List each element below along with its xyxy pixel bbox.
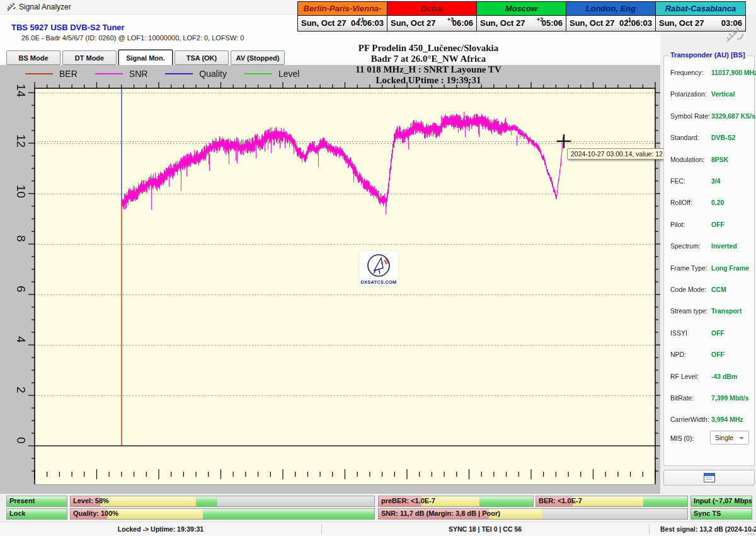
present-indicator: Present: [6, 496, 67, 507]
ber-bar: BER: <1.0E-7: [536, 496, 688, 507]
legend-item-ber: BER: [25, 69, 77, 79]
transponder-row: ISSYIOFF: [670, 329, 748, 338]
resize-grip[interactable]: [747, 528, 755, 535]
snr-chart-canvas[interactable]: [0, 65, 660, 494]
y-axis-tick-label: 12: [14, 134, 28, 148]
legend-item-quality: Quality: [165, 69, 227, 79]
transponder-row-label: FEC:: [670, 177, 685, 185]
clock-cell-london-eng: London, EngSun, Oct 27-102:06:03: [566, 2, 656, 31]
legend-swatch-level: [244, 73, 272, 74]
legend-swatch-quality: [165, 73, 193, 74]
snr-label: SNR: 11,7 dB (Margin: 3,8 dB | Poor): [381, 510, 500, 517]
tab-signal-mon-[interactable]: Signal Mon.: [118, 50, 173, 66]
transponder-row-value: 11017,900 MHz: [711, 69, 756, 76]
level-label: Level: 58%: [73, 497, 109, 504]
transponder-row-value: CCM: [711, 286, 726, 293]
y-axis-tick-label: 8: [14, 235, 28, 242]
window-title: Signal Analyzer: [19, 3, 71, 11]
clock-time: 05:06: [542, 18, 563, 28]
chart-tooltip: 2024-10-27 03.00.14, value: 12: [567, 148, 667, 160]
tab-dt-mode[interactable]: DT Mode: [62, 50, 117, 65]
clock-time-row: Sun, Oct 27+306:06: [387, 16, 476, 31]
transponder-row-label: Polarization:: [670, 90, 707, 98]
transponder-row: Symbol Rate:3329,687 KS/s: [670, 112, 748, 121]
transponder-row-label: RollOff:: [670, 199, 692, 206]
transponder-row-value: OFF: [711, 329, 724, 337]
present-label: Present: [9, 497, 35, 504]
transponder-row-value: 8PSK: [711, 156, 728, 163]
clock-time: 04:06:03: [351, 18, 384, 28]
ts-info-button[interactable]: [663, 470, 755, 486]
clock-city-name: Moscow: [477, 2, 566, 16]
transponder-row-label: Spectrum:: [670, 242, 701, 250]
ber-label: BER: <1.0E-7: [539, 497, 582, 504]
mis-label: MIS (0):: [670, 434, 694, 442]
quality-bar: Quality: 100%: [70, 508, 375, 520]
transponder-row: Standard:DVB-S2: [670, 134, 748, 143]
clock-city-name: London, Eng: [566, 2, 655, 16]
dxsatcs-logo-text: DXSATCS.COM: [359, 279, 398, 285]
clock-date: Sun, Oct 27: [391, 18, 436, 28]
clock-cell-dubai: DubaiSun, Oct 27+306:06: [387, 2, 477, 31]
legend-label: BER: [59, 69, 77, 79]
tuner-subtitle: 26.0E - Badr 4/5/6/7 (ID: 0260) @ LOF1: …: [21, 34, 244, 42]
preber-label: preBER: <1.0E-7: [381, 497, 435, 504]
legend-item-snr: SNR: [95, 69, 148, 79]
snr-bar: SNR: 11,7 dB (Margin: 3,8 dB | Poor): [378, 508, 688, 520]
sync-ts-indicator: Sync TS: [690, 508, 752, 520]
legend-swatch-ber: [25, 73, 53, 74]
chart-header: PF Prodelin 450_Lučenec/Slovakia Badr 7 …: [271, 43, 586, 86]
chevron-down-icon: [739, 437, 744, 440]
lock-indicator: Lock: [6, 508, 67, 520]
clock-time: 06:06: [452, 18, 473, 28]
tab-bs-mode[interactable]: BS Mode: [6, 50, 60, 65]
clock-time: 02:06:03: [619, 18, 652, 28]
y-axis-tick-label: 6: [14, 286, 28, 293]
transponder-row: Modulation:8PSK: [670, 156, 748, 165]
transponder-row: Frequency:11017,900 MHz: [670, 69, 748, 78]
transponder-row-value: Long Frame: [711, 264, 749, 272]
y-axis-tick-label: 4: [14, 336, 28, 343]
y-axis-tick-label: 0: [14, 437, 28, 444]
preber-bar: preBER: <1.0E-7: [378, 496, 534, 507]
satellite-dish-logo-icon: [723, 25, 745, 44]
transponder-row: Frame Type:Long Frame: [670, 264, 748, 273]
list-icon: [704, 473, 715, 482]
transponder-row-value: DVB-S2: [711, 134, 736, 141]
transponder-row-label: ISSYI: [670, 329, 687, 337]
transponder-row-value: 3/4: [711, 177, 721, 185]
world-clock-table: Berlin-Paris-Vienna-RomaSun, Oct 27+104:…: [297, 1, 746, 32]
transponder-row: Pilot:OFF: [670, 221, 748, 230]
transponder-panel: Frequency:11017,900 MHzPolarization:Vert…: [663, 55, 755, 466]
transponder-row: FEC:3/4: [670, 177, 748, 186]
transponder-row-label: Pilot:: [670, 221, 685, 228]
transponder-row: BitRate:7,399 Mbit/s: [670, 394, 748, 403]
transponder-row-label: Frame Type:: [670, 264, 707, 272]
tab-tsa-ok-[interactable]: TSA (OK): [175, 50, 229, 65]
clock-date: Sun, Oct 27: [570, 18, 615, 28]
y-axis-tick-label: 14: [14, 84, 28, 97]
input-indicator: Input (~7,07 Mbps): [690, 496, 752, 507]
legend-label: SNR: [129, 69, 148, 79]
statusbar-separator: [649, 524, 650, 534]
transponder-row-value: 3329,687 KS/s: [711, 112, 755, 120]
mis-row: MIS (0):Single: [670, 434, 748, 442]
statusbar-uptime: Locked -> Uptime: 19:39:31: [118, 525, 203, 533]
clock-date: Sun, Oct 27: [480, 18, 525, 28]
transponder-row: RF Level:-43 dBm: [670, 373, 748, 382]
statusbar-best-signal: Best signal: 13,2 dB (2024-10-26 23:26): [660, 525, 756, 533]
mis-select[interactable]: Single: [710, 431, 749, 445]
statusbar-separator: [321, 524, 322, 534]
level-bar: Level: 58%: [70, 496, 375, 507]
chart-header-line4: Locked UPtime : 19:39:31: [271, 75, 586, 86]
signal-analyzer-window: Signal Analyzer TBS 5927 USB DVB-S2 Tune…: [0, 0, 756, 536]
clock-cell-berlin-paris-vienna-roma: Berlin-Paris-Vienna-RomaSun, Oct 27+104:…: [298, 2, 387, 31]
clock-city-name: Berlin-Paris-Vienna-Roma: [298, 2, 387, 16]
clock-date: Sun, Oct 27: [659, 18, 704, 28]
transponder-row-value: Inverted: [711, 242, 737, 250]
clock-time-row: Sun, Oct 27+104:06:03: [298, 16, 387, 31]
transponder-row: Spectrum:Inverted: [670, 242, 748, 251]
chart-header-line2: Badr 7 at 26.0°E_NW Africa: [271, 54, 586, 64]
tuner-name: TBS 5927 USB DVB-S2 Tuner: [11, 23, 125, 32]
chart-legend: BERSNRQualityLevel: [25, 69, 299, 79]
